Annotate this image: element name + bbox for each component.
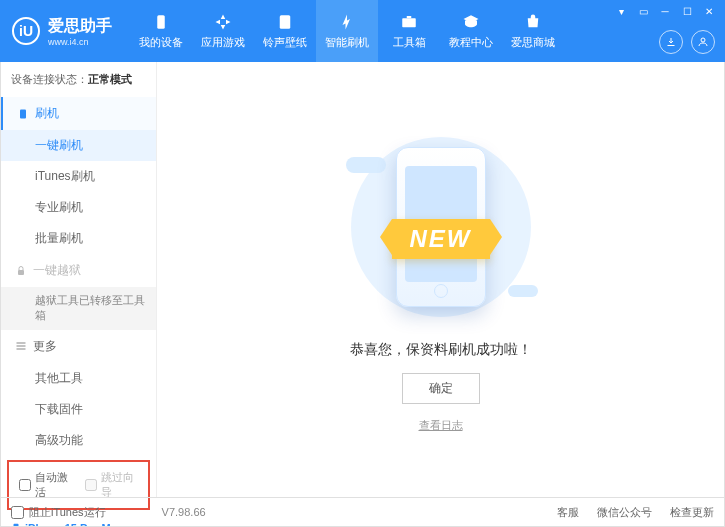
svg-rect-1 bbox=[280, 15, 291, 29]
download-button[interactable] bbox=[659, 30, 683, 54]
svg-rect-7 bbox=[17, 343, 26, 344]
main-content: NEW 恭喜您，保资料刷机成功啦！ 确定 查看日志 bbox=[157, 62, 724, 497]
success-message: 恭喜您，保资料刷机成功啦！ bbox=[350, 341, 532, 359]
main-nav: 我的设备 应用游戏 铃声壁纸 智能刷机 工具箱 教程中心 爱思商城 bbox=[130, 0, 564, 62]
sidebar-item-itunes[interactable]: iTunes刷机 bbox=[1, 161, 156, 192]
svg-rect-3 bbox=[407, 16, 412, 18]
device-status: 设备连接状态：正常模式 bbox=[1, 62, 156, 97]
svg-rect-6 bbox=[18, 270, 24, 275]
logo: iU 爱思助手 www.i4.cn bbox=[12, 16, 112, 47]
sidebar: 设备连接状态：正常模式 刷机 一键刷机 iTunes刷机 专业刷机 批量刷机 一… bbox=[1, 62, 157, 497]
nav-apps[interactable]: 应用游戏 bbox=[192, 0, 254, 62]
version-label: V7.98.66 bbox=[162, 506, 206, 518]
footer-link-update[interactable]: 检查更新 bbox=[670, 505, 714, 520]
sidebar-section-jailbreak: 一键越狱 bbox=[1, 254, 156, 287]
app-title: 爱思助手 bbox=[48, 16, 112, 37]
nav-my-device[interactable]: 我的设备 bbox=[130, 0, 192, 62]
close-icon[interactable]: ✕ bbox=[699, 4, 719, 18]
list-icon bbox=[15, 340, 27, 352]
logo-icon: iU bbox=[12, 17, 40, 45]
sidebar-item-firmware[interactable]: 下载固件 bbox=[1, 394, 156, 425]
ok-button[interactable]: 确定 bbox=[402, 373, 480, 404]
menu-icon[interactable]: ▾ bbox=[611, 4, 631, 18]
sidebar-section-flash[interactable]: 刷机 bbox=[1, 97, 156, 130]
checkbox-block-itunes[interactable]: 阻止iTunes运行 bbox=[11, 505, 106, 520]
svg-rect-0 bbox=[157, 15, 165, 29]
minimize-icon[interactable]: ─ bbox=[655, 4, 675, 18]
footer-link-wechat[interactable]: 微信公众号 bbox=[597, 505, 652, 520]
sidebar-item-batch[interactable]: 批量刷机 bbox=[1, 223, 156, 254]
lock-icon bbox=[15, 265, 27, 277]
sidebar-item-oneclick[interactable]: 一键刷机 bbox=[1, 130, 156, 161]
sidebar-item-other[interactable]: 其他工具 bbox=[1, 363, 156, 394]
checkbox-auto-activate[interactable]: 自动激活 bbox=[19, 470, 73, 500]
nav-toolbox[interactable]: 工具箱 bbox=[378, 0, 440, 62]
sidebar-item-advanced[interactable]: 高级功能 bbox=[1, 425, 156, 456]
success-illustration: NEW bbox=[326, 127, 556, 327]
nav-tutorials[interactable]: 教程中心 bbox=[440, 0, 502, 62]
user-button[interactable] bbox=[691, 30, 715, 54]
sidebar-item-pro[interactable]: 专业刷机 bbox=[1, 192, 156, 223]
jailbreak-note: 越狱工具已转移至工具箱 bbox=[1, 287, 156, 330]
nav-store[interactable]: 爱思商城 bbox=[502, 0, 564, 62]
window-controls: ▾ ▭ ─ ☐ ✕ bbox=[611, 4, 719, 18]
svg-rect-8 bbox=[17, 346, 26, 347]
svg-rect-9 bbox=[17, 349, 26, 350]
view-log-link[interactable]: 查看日志 bbox=[419, 418, 463, 433]
sidebar-section-more[interactable]: 更多 bbox=[1, 330, 156, 363]
new-ribbon: NEW bbox=[392, 219, 490, 259]
checkbox-skip-guide[interactable]: 跳过向导 bbox=[85, 470, 139, 500]
app-subtitle: www.i4.cn bbox=[48, 37, 112, 47]
svg-rect-2 bbox=[402, 18, 416, 27]
skin-icon[interactable]: ▭ bbox=[633, 4, 653, 18]
maximize-icon[interactable]: ☐ bbox=[677, 4, 697, 18]
svg-rect-5 bbox=[20, 109, 26, 118]
nav-ringtones[interactable]: 铃声壁纸 bbox=[254, 0, 316, 62]
status-bar: 阻止iTunes运行 V7.98.66 客服 微信公众号 检查更新 bbox=[0, 497, 725, 527]
nav-flash[interactable]: 智能刷机 bbox=[316, 0, 378, 62]
svg-point-4 bbox=[701, 38, 705, 42]
app-header: iU 爱思助手 www.i4.cn 我的设备 应用游戏 铃声壁纸 智能刷机 工具… bbox=[0, 0, 725, 62]
footer-link-support[interactable]: 客服 bbox=[557, 505, 579, 520]
